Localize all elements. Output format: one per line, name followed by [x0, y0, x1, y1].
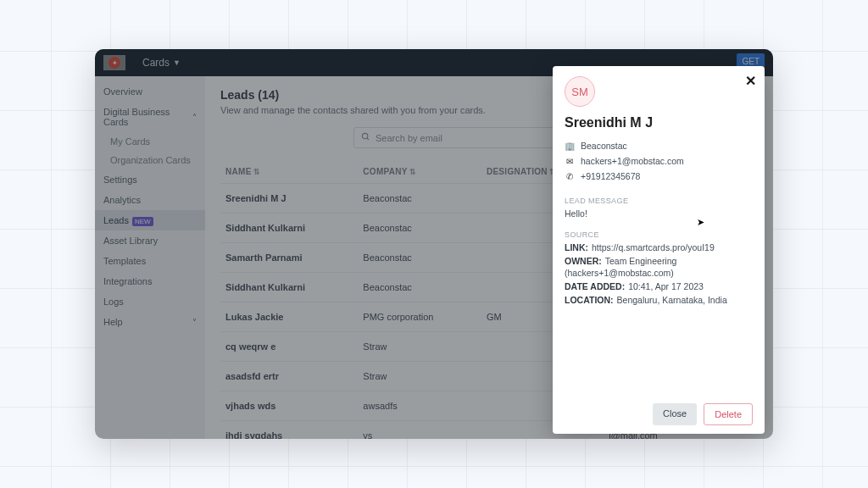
col-company[interactable]: COMPANY⇅ — [358, 160, 481, 184]
phone-row: ✆ +91912345678 — [565, 171, 753, 181]
sidebar-item-dbc[interactable]: Digital Business Cards ˄ — [95, 102, 205, 132]
sort-icon: ⇅ — [409, 168, 416, 176]
phone-icon: ✆ — [565, 172, 574, 181]
col-name[interactable]: NAME⇅ — [220, 160, 358, 184]
svg-line-1 — [367, 138, 369, 140]
cell-company: Beaconstac — [358, 184, 481, 214]
avatar: SM — [565, 76, 595, 107]
lead-message-label: LEAD MESSAGE — [565, 197, 753, 205]
sidebar-item-integrations[interactable]: Integrations — [95, 271, 205, 291]
cell-name: Siddhant Kulkarni — [220, 214, 358, 243]
cell-company: Beaconstac — [358, 214, 481, 243]
cell-company: Beaconstac — [358, 273, 481, 302]
sidebar: Overview Digital Business Cards ˄ My Car… — [95, 76, 205, 439]
building-icon: 🏢 — [565, 141, 574, 151]
close-button[interactable]: Close — [653, 403, 697, 425]
cell-name: Lukas Jackie — [220, 302, 358, 332]
cell-name: vjhads wds — [220, 391, 358, 421]
cell-name: Sreenidhi M J — [220, 184, 358, 214]
sidebar-item-help[interactable]: Help ˅ — [95, 312, 205, 332]
mail-icon: ✉ — [565, 157, 574, 166]
email-row: ✉ hackers+1@mobstac.com — [565, 156, 753, 166]
chevron-up-icon: ˄ — [192, 113, 197, 122]
cursor-icon: ➤ — [697, 217, 704, 228]
sort-icon: ⇅ — [253, 168, 260, 176]
search-placeholder: Search by email — [376, 133, 442, 143]
sidebar-item-leads[interactable]: LeadsNEW — [95, 210, 205, 230]
sidebar-sub-org-cards[interactable]: Organization Cards — [95, 151, 205, 169]
cell-company: Beaconstac — [358, 243, 481, 273]
search-icon — [361, 132, 370, 143]
sidebar-item-asset-library[interactable]: Asset Library — [95, 230, 205, 251]
cell-company: awsadfs — [358, 391, 481, 421]
cell-company: Straw — [358, 332, 481, 362]
company-row: 🏢 Beaconstac — [565, 141, 753, 151]
new-badge: NEW — [132, 217, 153, 226]
owner-row: OWNER:Team Engineering — [565, 256, 753, 266]
lead-message-text: Hello! — [565, 208, 753, 219]
cell-name: ihdi svgdahs — [220, 421, 358, 440]
cards-menu-label: Cards — [142, 57, 170, 69]
lead-name: Sreenidhi M J — [565, 115, 753, 130]
sidebar-item-overview[interactable]: Overview — [95, 81, 205, 102]
svg-point-0 — [362, 133, 367, 138]
source-label: SOURCE — [565, 230, 753, 239]
owner-sub: (hackers+1@mobstac.com) — [565, 268, 753, 278]
cell-name: Samarth Parnami — [220, 243, 358, 273]
cell-name: asadsfd ertr — [220, 362, 358, 391]
app-logo: ✦ — [103, 55, 125, 70]
cell-name: Siddhant Kulkarni — [220, 273, 358, 302]
cards-menu[interactable]: Cards ▼ — [142, 57, 181, 69]
cell-company: vs — [358, 421, 481, 440]
lead-detail-panel: ✕ SM Sreenidhi M J 🏢 Beaconstac ✉ hacker… — [553, 66, 765, 434]
sidebar-item-templates[interactable]: Templates — [95, 251, 205, 271]
chevron-down-icon: ˅ — [192, 318, 197, 327]
cell-company: PMG corporation — [358, 302, 481, 332]
sidebar-item-analytics[interactable]: Analytics — [95, 190, 205, 210]
cell-company: Straw — [358, 362, 481, 391]
date-added-row: DATE ADDED:10:41, Apr 17 2023 — [565, 281, 753, 291]
app-frame: ✦ Cards ▼ GET Overview Digital Business … — [95, 49, 773, 439]
sidebar-sub-my-cards[interactable]: My Cards — [95, 132, 205, 151]
sidebar-item-logs[interactable]: Logs — [95, 291, 205, 312]
link-row: LINK:https://q.smartcards.pro/youI19 — [565, 242, 753, 252]
cell-name: cq weqrw e — [220, 332, 358, 362]
close-icon[interactable]: ✕ — [745, 73, 756, 89]
chevron-down-icon: ▼ — [173, 58, 181, 67]
delete-button[interactable]: Delete — [704, 403, 753, 425]
location-row: LOCATION:Bengaluru, Karnataka, India — [565, 295, 753, 305]
sidebar-item-settings[interactable]: Settings — [95, 169, 205, 190]
